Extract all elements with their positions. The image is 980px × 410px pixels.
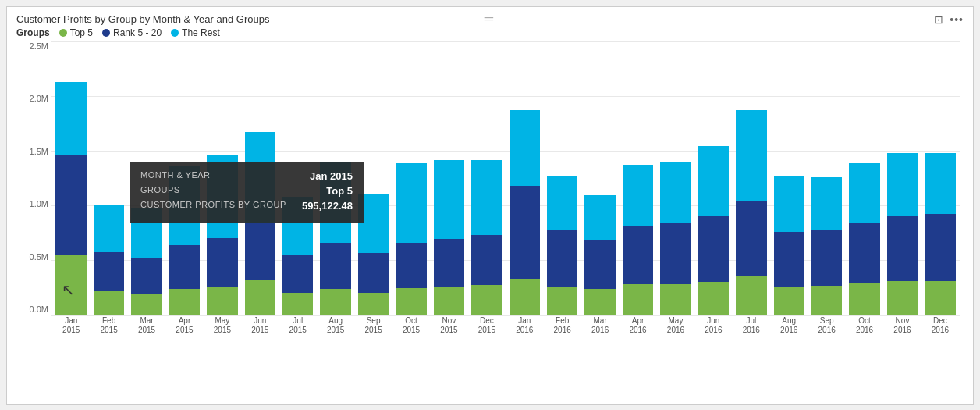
bar-group[interactable]: [733, 41, 769, 315]
bar-group[interactable]: [129, 41, 165, 315]
bar-rest: [774, 176, 804, 232]
x-label: Jun2015: [242, 316, 278, 335]
bar-rest: [245, 132, 275, 223]
bar-rank: [471, 235, 502, 284]
y-label-4: 0.5M: [30, 252, 48, 262]
x-axis: Jan2015Feb2015Mar2015Apr2015May2015Jun20…: [51, 315, 960, 338]
bar-rank: [584, 240, 615, 289]
x-label: May2015: [204, 316, 240, 335]
bar-group[interactable]: [280, 41, 316, 315]
bar-rest: [660, 162, 691, 224]
bar-group[interactable]: [544, 41, 580, 315]
legend-label-rest: The Rest: [182, 27, 220, 38]
bar-group[interactable]: [922, 41, 958, 315]
bar-top5: [510, 279, 540, 315]
bar-group[interactable]: [695, 41, 731, 315]
x-label: Jun2016: [695, 316, 731, 335]
focus-icon[interactable]: ⊡: [934, 13, 943, 26]
x-label: Sep2016: [808, 316, 844, 335]
y-label-2: 1.5M: [30, 147, 48, 156]
chart-card: ═ Customer Profits by Group by Month & Y…: [6, 6, 974, 405]
bar-group[interactable]: [204, 41, 240, 315]
x-label: Sep2015: [355, 316, 391, 335]
bar-group[interactable]: [658, 41, 694, 315]
y-label-3: 1.0M: [30, 199, 48, 209]
bar-rest: [358, 194, 389, 253]
x-label: Nov2015: [431, 316, 467, 335]
bar-rank: [434, 239, 464, 287]
bar-group[interactable]: [393, 41, 429, 315]
bar-rank: [547, 230, 577, 287]
bar-rank: [736, 201, 766, 276]
x-label: Feb2016: [544, 316, 580, 335]
bar-rank: [396, 243, 426, 288]
bar-rest: [887, 153, 918, 216]
legend-dot-top5: [59, 29, 67, 37]
bar-top5: [245, 280, 275, 314]
bar-rest: [925, 153, 955, 213]
bar-group[interactable]: [808, 41, 844, 315]
y-label-1: 2.0M: [30, 94, 48, 103]
bar-rank: [925, 214, 955, 281]
bar-rank: [169, 245, 200, 289]
bar-rest: [207, 155, 237, 238]
bar-group[interactable]: [620, 41, 655, 315]
card-actions: ⊡ •••: [934, 13, 964, 26]
bar-rest: [131, 208, 162, 258]
bar-group[interactable]: [771, 41, 807, 315]
bar-group[interactable]: [582, 41, 618, 315]
bar-group[interactable]: [355, 41, 391, 315]
bar-group[interactable]: [318, 41, 353, 315]
legend-label-top5: Top 5: [70, 27, 93, 38]
bar-rank: [245, 223, 275, 280]
bar-rank: [623, 226, 653, 285]
bar-rank: [510, 186, 540, 279]
x-label: Nov2016: [884, 316, 920, 335]
bar-rest: [510, 110, 540, 186]
chart-legend: Groups Top 5 Rank 5 - 20 The Rest: [16, 27, 964, 38]
bar-group[interactable]: [884, 41, 920, 315]
bar-rank: [811, 230, 842, 285]
bar-top5: [282, 293, 313, 315]
legend-dot-rank: [102, 29, 110, 37]
cursor: ↖: [62, 280, 75, 299]
bar-group[interactable]: [166, 41, 202, 315]
bar-top5: [736, 276, 766, 314]
drag-handle[interactable]: ═: [485, 12, 495, 26]
x-label: Jan2015: [53, 316, 89, 335]
bar-top5: [169, 289, 200, 315]
x-label: Jul2015: [280, 316, 316, 335]
bar-group[interactable]: [431, 41, 467, 315]
bar-group[interactable]: [506, 41, 542, 315]
bar-top5: [584, 289, 615, 314]
bar-top5: [320, 289, 350, 314]
bar-group[interactable]: [53, 41, 89, 315]
x-label: Mar2016: [582, 316, 618, 335]
bar-rest: [169, 166, 200, 245]
y-label-5: 0.0M: [30, 305, 48, 314]
bar-group[interactable]: [469, 41, 505, 315]
bar-rest: [55, 82, 86, 155]
bar-top5: [849, 283, 879, 315]
x-label: Apr2015: [166, 316, 202, 335]
legend-dot-rest: [171, 29, 179, 37]
bar-top5: [131, 294, 162, 314]
bar-rest: [736, 110, 766, 201]
x-label: Oct2015: [393, 316, 429, 335]
bar-rest: [320, 162, 350, 244]
x-label: Jul2016: [733, 316, 769, 335]
bar-group[interactable]: [242, 41, 278, 315]
bar-rank: [358, 253, 389, 292]
bar-rank: [94, 252, 124, 291]
bar-top5: [811, 286, 842, 315]
legend-label-rank: Rank 5 - 20: [113, 27, 162, 38]
bar-group[interactable]: [91, 41, 126, 315]
y-axis: 2.5M 2.0M 1.5M 1.0M 0.5M 0.0M: [16, 41, 51, 315]
bar-group[interactable]: [847, 41, 882, 315]
bar-rest: [434, 160, 464, 239]
bar-top5: [547, 287, 577, 315]
x-label: Apr2016: [620, 316, 655, 335]
more-options-icon[interactable]: •••: [950, 13, 964, 26]
x-label: Feb2015: [91, 316, 126, 335]
chart-area: 2.5M 2.0M 1.5M 1.0M 0.5M 0.0M Jan2015: [16, 41, 964, 338]
